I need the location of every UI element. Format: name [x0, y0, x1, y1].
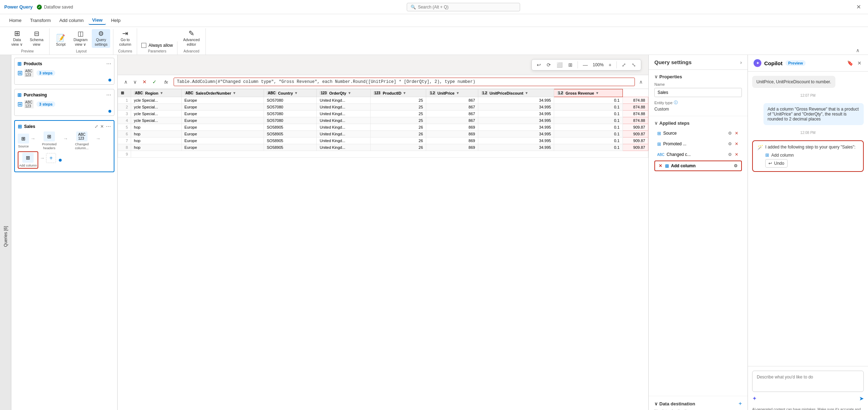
zoom-in-btn[interactable]: +: [607, 61, 614, 69]
country-filter-icon[interactable]: ▼: [294, 91, 298, 95]
qs-step-source[interactable]: ⊞ Source ⚙ ✕: [654, 129, 742, 138]
sales-add-step-btn[interactable]: +: [46, 153, 56, 163]
region-header-inner: ABC Region ▼: [134, 91, 179, 95]
copilot-undo-btn[interactable]: ↩ Undo: [765, 159, 788, 168]
cell-updisc-2: 0.1: [554, 104, 622, 111]
redo-toolbar-btn[interactable]: ⟳: [545, 61, 553, 69]
fullscreen-canvas-btn[interactable]: ⤡: [630, 61, 638, 69]
orderqty-filter-icon[interactable]: ▼: [348, 91, 351, 95]
ribbon-btn-go-to-column[interactable]: ⇥ Go tocolumn: [116, 28, 134, 48]
copilot-text-input[interactable]: [752, 371, 864, 392]
ribbon-btn-data-view[interactable]: ⊞ Dataview ∨: [9, 28, 26, 48]
main-area: Queries [6] ⊞ Products ⋯ ⊞ ABC123 3 step…: [0, 55, 868, 410]
qs-step-source-icon: ⊞: [657, 131, 661, 136]
row-num-4: 4: [118, 117, 131, 124]
zoom-out-btn[interactable]: —: [581, 61, 590, 69]
cell-gr-5: 909.87: [622, 124, 648, 131]
qs-step-source-settings[interactable]: ⚙: [727, 130, 733, 136]
cell-gr-3: 874.88: [622, 111, 648, 117]
formula-input[interactable]: [174, 78, 635, 86]
qs-expand-btn[interactable]: ›: [740, 60, 742, 65]
products-table-icon: ⊞: [17, 61, 22, 67]
ribbon-btn-advanced-editor[interactable]: ✎ Advancededitor: [180, 28, 203, 48]
ribbon-btn-schema-view[interactable]: ⊟ Schemaview: [27, 29, 46, 48]
cell-country-1: SO57080: [264, 97, 316, 104]
qs-step-changed-settings[interactable]: ⚙: [727, 151, 733, 158]
qs-step-add-col-delete[interactable]: ✕: [658, 163, 663, 169]
undo-toolbar-btn[interactable]: ↩: [535, 61, 543, 69]
sales-step-source[interactable]: ⊞ Source: [18, 134, 29, 148]
menu-bar: Home Transform Add column View Help: [0, 14, 868, 27]
close-button[interactable]: ✕: [853, 2, 864, 12]
search-input[interactable]: [418, 5, 510, 10]
salesorder-filter-icon[interactable]: ▼: [233, 91, 236, 95]
purchasing-abc-icon: ABC123: [24, 100, 34, 108]
menu-view[interactable]: View: [89, 16, 106, 25]
copilot-bookmark-btn[interactable]: 🔖: [846, 60, 854, 67]
qs-step-promoted[interactable]: ⊞ Promoted ... ⚙ ✕: [654, 139, 742, 148]
qs-properties-toggle[interactable]: ∨: [654, 74, 658, 79]
formula-up-btn[interactable]: ∧: [122, 78, 130, 85]
cell-upd-6: 34.995: [478, 131, 554, 137]
qs-step-changed-delete[interactable]: ✕: [734, 151, 739, 158]
formula-confirm-btn[interactable]: ✓: [150, 78, 159, 85]
search-icon: 🔍: [411, 5, 416, 10]
menu-help[interactable]: Help: [107, 16, 124, 24]
search-bar[interactable]: 🔍: [407, 3, 520, 11]
menu-transform[interactable]: Transform: [27, 16, 55, 24]
sales-step-add-column[interactable]: ⊞ Add column: [18, 151, 38, 169]
query-settings-label: Querysettings: [95, 38, 107, 46]
ribbon-btn-script[interactable]: 📝 Script: [52, 33, 69, 48]
queries-sidebar-tab[interactable]: Queries [6]: [0, 55, 11, 410]
sales-step-promoted[interactable]: ⊞ Promoted headers: [37, 131, 62, 150]
qs-step-promoted-label: Promoted ...: [663, 141, 725, 146]
data-destination-section: ∨ Data destination + No data destination: [649, 396, 748, 410]
region-filter-icon[interactable]: ▼: [160, 91, 163, 95]
qs-steps-toggle[interactable]: ∨: [654, 120, 658, 126]
data-dest-add-btn[interactable]: +: [739, 400, 742, 407]
menu-add-column[interactable]: Add column: [56, 16, 87, 24]
cell-unitprice-3: 867: [426, 111, 478, 117]
save-status: Dataflow saved: [37, 5, 73, 10]
sales-menu-btn[interactable]: ⋯: [106, 124, 111, 129]
ribbon-collapse-btn[interactable]: ∧: [853, 46, 862, 55]
qs-name-input[interactable]: [654, 88, 742, 97]
grid-view-btn[interactable]: ⊞: [566, 61, 575, 69]
always-allow-checkbox[interactable]: [141, 43, 146, 48]
gr-filter-icon[interactable]: ▼: [596, 91, 599, 95]
qs-step-promoted-settings[interactable]: ⚙: [727, 141, 733, 147]
fit-view-btn[interactable]: ⬜: [554, 61, 565, 69]
upd-filter-icon[interactable]: ▼: [525, 91, 528, 95]
sales-step-changed[interactable]: ABC123 Changed column...: [69, 131, 94, 150]
unitprice-filter-icon[interactable]: ▼: [456, 91, 460, 95]
sales-expand-icon[interactable]: ⤢: [95, 124, 98, 129]
menu-home[interactable]: Home: [6, 16, 25, 24]
products-menu-btn[interactable]: ⋯: [106, 61, 111, 67]
copilot-send-btn[interactable]: ➤: [859, 395, 864, 402]
qs-step-add-column[interactable]: ✕ ⊞ Add column ⚙: [654, 161, 742, 171]
productid-filter-icon[interactable]: ▼: [403, 91, 406, 95]
expand-canvas-btn[interactable]: ⤢: [620, 61, 628, 69]
qs-entity-label-text: Entity type: [654, 101, 672, 105]
copilot-close-btn[interactable]: ✕: [857, 60, 862, 67]
formula-down-btn[interactable]: ∨: [131, 78, 139, 85]
canvas-toolbar: ↩ ⟳ ⬜ ⊞ — 100% + ⤢ ⤡: [531, 59, 641, 71]
data-dest-toggle[interactable]: ∨: [654, 401, 658, 406]
qs-step-source-delete[interactable]: ✕: [734, 130, 739, 136]
formula-collapse-btn[interactable]: ∧: [638, 78, 644, 86]
products-abc-icon: ABC123: [24, 69, 34, 77]
table-row: 8 hop Europe SO58905 United Kingd... 26 …: [118, 144, 648, 151]
qs-step-promoted-delete[interactable]: ✕: [734, 141, 739, 147]
ribbon-btn-diagram-view[interactable]: ◫ Diagramview ∨: [71, 29, 91, 48]
ribbon-btn-query-settings[interactable]: ⚙ Querysettings: [92, 29, 110, 48]
qs-step-add-col-settings[interactable]: ⚙: [733, 163, 738, 169]
query-item-sales[interactable]: ⊞ Sales ⤢ ✕ ⋯ ⊞ Source → ⊞ Promoted h: [14, 120, 114, 172]
sales-collapse-icon[interactable]: ✕: [100, 124, 104, 129]
query-item-products[interactable]: ⊞ Products ⋯ ⊞ ABC123 3 steps: [14, 58, 114, 85]
formula-cancel-btn[interactable]: ✕: [140, 78, 149, 85]
query-item-purchasing[interactable]: ⊞ Purchasing ⋯ ⊞ ABC123 3 steps: [14, 89, 114, 116]
purchasing-menu-btn[interactable]: ⋯: [106, 92, 111, 98]
schema-view-icon: ⊟: [34, 30, 39, 37]
qs-step-changed-label: Changed c...: [667, 152, 725, 157]
qs-step-changed[interactable]: ABC Changed c... ⚙ ✕: [654, 150, 742, 159]
